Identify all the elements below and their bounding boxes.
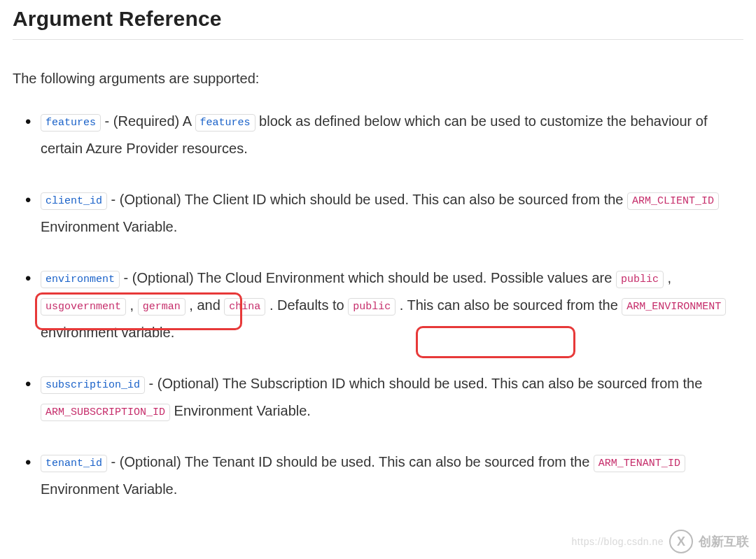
argument-text: Environment Variable. <box>170 403 311 418</box>
argument-text: Environment Variable. <box>41 219 177 234</box>
inline-code: ARM_SUBSCRIPTION_ID <box>41 404 170 421</box>
argument-name-code: tenant_id <box>41 455 107 472</box>
argument-name-code: subscription_id <box>41 376 145 394</box>
argument-text: Environment Variable. <box>41 481 177 497</box>
inline-code: usgovernment <box>41 298 126 316</box>
section-heading: Argument Reference <box>13 7 743 31</box>
argument-name-code: client_id <box>41 192 107 210</box>
argument-text: - (Required) A <box>101 113 195 129</box>
watermark-brand: 创新互联 <box>699 533 749 550</box>
argument-text: - (Optional) The Tenant ID should be use… <box>107 454 594 469</box>
inline-code: german <box>138 298 186 316</box>
inline-code: public <box>616 271 664 288</box>
argument-text: environment variable. <box>41 325 174 340</box>
inline-code: public <box>348 298 396 316</box>
argument-item: environment - (Optional) The Cloud Envir… <box>41 264 743 346</box>
argument-name-code: features <box>41 114 101 132</box>
argument-item: tenant_id - (Optional) The Tenant ID sho… <box>41 448 743 503</box>
argument-item: client_id - (Optional) The Client ID whi… <box>41 186 743 241</box>
argument-text: . Defaults to <box>265 297 348 313</box>
inline-code: china <box>224 298 265 316</box>
watermark-logo-icon: X <box>669 530 693 553</box>
watermark: https://blog.csdn.ne X 创新互联 <box>572 530 749 553</box>
inline-code: ARM_TENANT_ID <box>594 455 685 472</box>
argument-text: . This can also be sourced from the <box>396 297 622 313</box>
argument-list: features - (Required) A features block a… <box>13 108 743 503</box>
argument-item: subscription_id - (Optional) The Subscri… <box>41 370 743 425</box>
argument-text: - (Optional) The Client ID which should … <box>107 192 627 207</box>
inline-code: features <box>195 114 255 132</box>
argument-text: - (Optional) The Subscription ID which s… <box>145 376 702 391</box>
argument-name-code: environment <box>41 271 120 288</box>
section-divider <box>13 39 743 40</box>
argument-text: - (Optional) The Cloud Environment which… <box>120 270 616 285</box>
inline-code: ARM_ENVIRONMENT <box>622 298 726 316</box>
intro-text: The following arguments are supported: <box>13 71 743 87</box>
argument-item: features - (Required) A features block a… <box>41 108 743 162</box>
watermark-url: https://blog.csdn.ne <box>572 536 664 547</box>
inline-code: ARM_CLIENT_ID <box>627 192 719 210</box>
argument-text: , <box>126 297 138 313</box>
argument-text: , <box>664 270 671 285</box>
argument-text: , and <box>186 297 225 313</box>
